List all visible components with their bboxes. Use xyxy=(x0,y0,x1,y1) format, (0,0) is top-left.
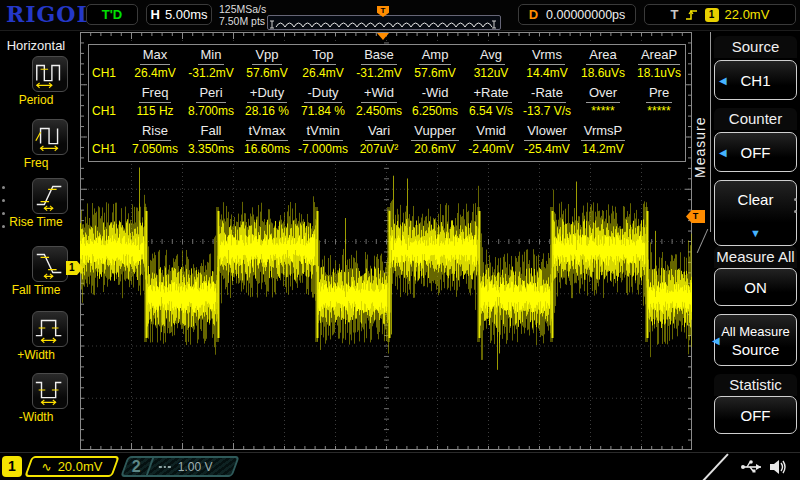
sidebar-item--width[interactable]: +Width xyxy=(0,311,72,362)
minus-width-icon xyxy=(32,373,68,409)
measure-value: 312uV xyxy=(463,65,519,84)
measure-value: 207uV² xyxy=(351,141,407,160)
period-icon xyxy=(32,56,68,92)
measure-header: Base xyxy=(351,46,407,65)
measurement-table: MaxMinVppTopBaseAmpAvgVrmsAreaAreaPCH126… xyxy=(88,44,686,162)
measure-value: 7.050ms xyxy=(127,141,183,160)
delay-display[interactable]: D 0.00000000ps xyxy=(518,4,636,25)
softkey-value: OFF xyxy=(741,144,771,161)
rising-edge-icon xyxy=(685,8,699,22)
softkey-button[interactable]: OFF xyxy=(714,396,797,434)
measure-value: 28.16 % xyxy=(239,103,295,122)
measure-header: -Duty xyxy=(295,84,351,103)
menu-tab-border-diagonal xyxy=(697,229,708,253)
timebase-display[interactable]: H 5.00ms xyxy=(146,4,212,25)
horizontal-measure-sidebar: Horizontal PeriodFreqRise TimeFall Time+… xyxy=(0,30,76,452)
menu-tab-border xyxy=(710,32,711,232)
sidebar-item-label: Fall Time xyxy=(0,283,72,297)
measure-header: Freq xyxy=(127,84,183,103)
softkey-button[interactable]: ◀CH1 xyxy=(714,60,797,100)
measure-header: tVmin xyxy=(295,122,351,141)
measure-value: -13.7 V/s xyxy=(519,103,575,122)
menu-page-dots xyxy=(794,198,797,222)
usb-icon xyxy=(740,458,764,475)
trigger-label: T xyxy=(671,7,679,22)
channel1-badge[interactable]: 1 xyxy=(2,456,22,477)
measure-value xyxy=(631,141,687,160)
measure-value: 26.4mV xyxy=(127,65,183,84)
sidebar-item-freq[interactable]: Freq xyxy=(0,119,72,170)
measure-value: -25.4mV xyxy=(519,141,575,160)
measure-menu: Measure Source◀CH1Counter◀OFFClear▼Measu… xyxy=(690,30,800,452)
sidebar-item-label: Period xyxy=(0,93,72,107)
oscilloscope-screen: RIGOL T'D H 5.00ms 125MSa/s 7.50M pts T … xyxy=(0,0,800,480)
speaker-icon xyxy=(768,458,788,476)
table-corner xyxy=(89,122,127,141)
measure-value: 71.84 % xyxy=(295,103,351,122)
channel1-status[interactable]: ∿ 20.0mV xyxy=(24,456,120,477)
sidebar-item--width[interactable]: -Width xyxy=(0,373,72,424)
sidebar-item-fall-time[interactable]: Fall Time xyxy=(0,246,72,297)
sample-rate: 125MSa/s xyxy=(219,3,266,15)
channel-status-bar: 1 ∿ 20.0mV 2 1.00 V xyxy=(0,452,800,480)
expand-left-icon: ◀ xyxy=(712,335,720,346)
softkey-button[interactable]: ◀All MeasureSource xyxy=(714,314,797,366)
softkey-button[interactable]: ◀OFF xyxy=(714,132,797,172)
channel2-status[interactable]: 2 1.00 V xyxy=(120,456,240,477)
measure-value: 2.450ms xyxy=(351,103,407,122)
measure-value: 18.1uVs xyxy=(631,65,687,84)
measure-header: +Wid xyxy=(351,84,407,103)
sidebar-item-rise-time[interactable]: Rise Time xyxy=(0,178,72,229)
table-corner xyxy=(89,46,127,65)
measure-header: -Rate xyxy=(519,84,575,103)
timebase-value: 5.00ms xyxy=(165,7,208,22)
dc-coupling-icon xyxy=(159,466,171,468)
measure-value: ***** xyxy=(631,103,687,122)
measure-header: Area xyxy=(575,46,631,65)
measure-header: Vmid xyxy=(463,122,519,141)
softkey-button[interactable]: ON xyxy=(714,268,797,306)
memory-depth: 7.50M pts xyxy=(219,15,266,27)
page-indicator-dots xyxy=(2,186,5,238)
measure-header: Vrms xyxy=(519,46,575,65)
table-corner xyxy=(89,84,127,103)
measure-header: Vlower xyxy=(519,122,575,141)
measure-value: 115 Hz xyxy=(127,103,183,122)
measure-header: VrmsP xyxy=(575,122,631,141)
measure-value: -7.000ms xyxy=(295,141,351,160)
plus-width-icon xyxy=(32,311,68,347)
measure-header: Amp xyxy=(407,46,463,65)
measure-header xyxy=(631,122,687,141)
sidebar-item-label: -Width xyxy=(0,410,72,424)
horizontal-label: H xyxy=(150,7,159,22)
channel1-scale: 20.0mV xyxy=(58,459,103,474)
measure-header: -Wid xyxy=(407,84,463,103)
trigger-source-badge: 1 xyxy=(705,8,719,22)
measure-value: 6.250ms xyxy=(407,103,463,122)
softkey-value: CH1 xyxy=(740,72,770,89)
memory-waveform-preview[interactable] xyxy=(267,15,501,30)
status-bar-divider xyxy=(701,453,728,480)
trigger-position-marker[interactable] xyxy=(377,33,389,40)
measure-value: 57.6mV xyxy=(407,65,463,84)
sidebar-item-label: Rise Time xyxy=(0,215,72,229)
measure-value: 20.6mV xyxy=(407,141,463,160)
measure-header: +Duty xyxy=(239,84,295,103)
measure-value: -31.2mV xyxy=(183,65,239,84)
measure-value: 3.350ms xyxy=(183,141,239,160)
measure-value: 57.6mV xyxy=(239,65,295,84)
softkey-button[interactable]: Clear▼ xyxy=(714,180,797,246)
measure-header: Over xyxy=(575,84,631,103)
freq-icon xyxy=(32,119,68,155)
top-status-bar: RIGOL T'D H 5.00ms 125MSa/s 7.50M pts T … xyxy=(0,0,800,31)
delay-value: 0.00000000ps xyxy=(546,8,625,22)
preview-waveform-icon xyxy=(268,19,498,30)
measure-header: AreaP xyxy=(631,46,687,65)
rigol-logo: RIGOL xyxy=(6,1,93,27)
trigger-info-display[interactable]: T 1 22.0mV xyxy=(644,4,796,25)
measure-header: Top xyxy=(295,46,351,65)
channel-label: CH1 xyxy=(89,141,127,160)
sidebar-item-period[interactable]: Period xyxy=(0,56,72,107)
softkey-value: Source xyxy=(732,341,780,358)
measure-value: -31.2mV xyxy=(351,65,407,84)
